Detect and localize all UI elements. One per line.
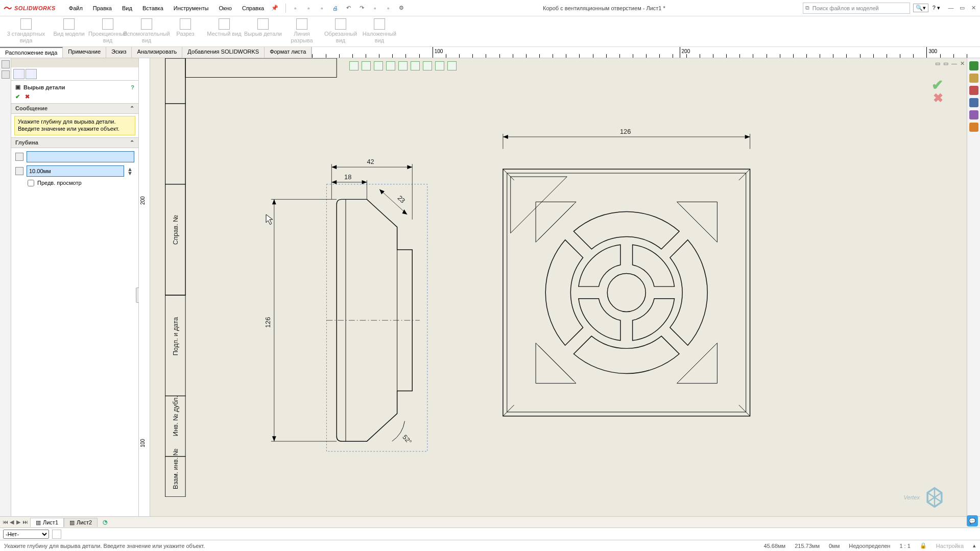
open-icon[interactable]: ▫ — [304, 4, 313, 12]
svg-rect-2 — [185, 58, 337, 78]
svg-rect-3 — [165, 104, 185, 184]
depth-icon — [15, 167, 23, 175]
pm-help-icon[interactable]: ? — [131, 84, 134, 90]
spin-down[interactable]: ▼ — [127, 171, 134, 175]
select-icon[interactable]: ▫ — [371, 4, 379, 12]
tab-Анализировать[interactable]: Анализировать — [132, 47, 182, 58]
tab-Эскиз[interactable]: Эскиз — [106, 47, 132, 58]
svg-line-42 — [679, 204, 714, 239]
restore-icon[interactable]: ▭ — [959, 5, 966, 11]
search-icon[interactable]: 🔍▾ — [913, 4, 928, 12]
close-icon[interactable]: ✕ — [970, 5, 977, 11]
print-icon[interactable]: 🖨 — [331, 4, 339, 12]
pin-icon[interactable]: 📌 — [271, 5, 278, 11]
tab-Примечание[interactable]: Примечание — [63, 47, 106, 58]
rtool-item-5[interactable] — [969, 123, 978, 132]
document-title: Короб с вентиляционным отверстием - Лист… — [405, 5, 803, 11]
ribbon-Местный-вид[interactable]: Местный вид — [205, 18, 243, 37]
depth-reference-input[interactable] — [27, 151, 134, 162]
rtool-item-1[interactable] — [969, 74, 978, 83]
ribbon-Вырыв-детали[interactable]: Вырыв детали — [244, 18, 282, 37]
help-icon[interactable]: ? ▾ — [933, 5, 940, 11]
rtool-item-3[interactable] — [969, 98, 978, 107]
redo-icon[interactable]: ↷ — [357, 4, 366, 12]
chat-help-icon[interactable]: 💬 — [967, 515, 978, 526]
sheet-last-icon[interactable]: ⏭ — [22, 519, 28, 525]
sheet-tab-bar: ⏮ ◀ ▶ ⏭ ▥Лист1▥Лист2 ◔ — [0, 516, 980, 528]
ribbon-Вид-модели[interactable]: Вид модели — [50, 18, 88, 37]
menu-Справка[interactable]: Справка — [238, 3, 268, 13]
preview-checkbox[interactable] — [28, 180, 34, 186]
depth-value-input[interactable] — [27, 165, 124, 177]
tab-Формат-листа[interactable]: Формат листа — [265, 47, 312, 58]
search-box[interactable]: ⧉ Поиск файлов и моделей — [803, 3, 910, 14]
ltool-item[interactable] — [2, 60, 10, 68]
ribbon-Разрез[interactable]: Разрез — [166, 18, 204, 37]
tab-Добавления-SOLIDWORKS[interactable]: Добавления SOLIDWORKS — [182, 47, 265, 58]
ribbon-Наложенный-вид[interactable]: Наложенный вид — [361, 18, 398, 43]
menu-Правка[interactable]: Правка — [89, 3, 116, 13]
feature-icon: ▣ — [15, 84, 20, 90]
sheet-tab-Лист2[interactable]: ▥Лист2 — [64, 518, 98, 527]
undo-icon[interactable]: ↶ — [344, 4, 352, 12]
ribbon-Вспомогательный-вид[interactable]: Вспомогательный вид — [128, 18, 165, 43]
sheet-next-icon[interactable]: ▶ — [15, 519, 21, 525]
status-z: 0мм — [829, 543, 840, 549]
right-toolbar — [967, 58, 980, 516]
ribbon-Линия-разрыва[interactable]: Линия разрыва — [283, 18, 321, 43]
collapse-icon[interactable]: ⌃ — [130, 139, 134, 146]
accept-icon[interactable]: ✔ — [15, 93, 20, 100]
status-more-icon[interactable]: ▴ — [973, 542, 976, 549]
section-header-message: Сообщение — [15, 105, 47, 112]
svg-text:126: 126 — [264, 317, 272, 328]
rtool-item-4[interactable] — [969, 110, 978, 119]
new-icon[interactable]: ▫ — [291, 4, 299, 12]
rtool-item-0[interactable] — [969, 61, 978, 70]
ltool-item[interactable] — [2, 70, 10, 79]
rebuild-icon[interactable]: ▫ — [384, 4, 392, 12]
sheet-tab-Лист1[interactable]: ▥Лист1 — [30, 518, 64, 527]
minimize-icon[interactable]: — — [947, 5, 954, 11]
sheet-first-icon[interactable]: ⏮ — [2, 519, 8, 525]
layer-select[interactable]: -Нет- — [3, 530, 49, 539]
save-icon[interactable]: ▫ — [318, 4, 326, 12]
menu-Вставка[interactable]: Вставка — [138, 3, 168, 13]
lock-icon[interactable]: 🔒 — [920, 542, 927, 549]
tab-Расположение-вида[interactable]: Расположение вида — [0, 47, 63, 58]
svg-rect-0 — [165, 58, 185, 295]
pm-tab-config[interactable] — [26, 69, 37, 79]
sheet-prev-icon[interactable]: ◀ — [9, 519, 15, 525]
pm-tab-feature[interactable] — [13, 69, 25, 79]
add-sheet-icon[interactable]: ◔ — [100, 519, 111, 525]
reject-icon[interactable]: ✖ — [25, 93, 30, 100]
svg-line-43 — [538, 346, 573, 381]
left-toolbox — [0, 58, 11, 516]
svg-point-40 — [607, 273, 646, 312]
rtool-item-2[interactable] — [969, 86, 978, 95]
section-header-depth: Глубина — [15, 139, 38, 146]
svg-line-37 — [739, 169, 750, 180]
svg-text:42: 42 — [367, 158, 374, 165]
menu-Окно[interactable]: Окно — [214, 3, 236, 13]
ribbon-Проекционный-вид[interactable]: Проекционный вид — [89, 18, 127, 43]
pm-tab-strip — [11, 67, 138, 81]
menu-Инструменты[interactable]: Инструменты — [170, 3, 213, 13]
ribbon-3-стандартных-вида[interactable]: 3 стандартных вида — [3, 18, 49, 43]
drawing-canvas[interactable]: ✔ ✖ ▭ ▭ — ✕ Справ. № Подп. — [150, 58, 967, 516]
status-state: Недоопределен — [849, 543, 890, 549]
svg-text:Справ. №: Справ. № — [172, 215, 179, 245]
status-scale[interactable]: 1 : 1 — [899, 543, 910, 549]
svg-text:Взам. инв. №: Взам. инв. № — [172, 448, 179, 489]
search-placeholder: Поиск файлов и моделей — [812, 5, 879, 11]
status-custom[interactable]: Настройка — [936, 543, 964, 549]
ribbon-Обрезанный-вид[interactable]: Обрезанный вид — [322, 18, 360, 43]
menu-Вид[interactable]: Вид — [118, 3, 136, 13]
collapse-icon[interactable]: ⌃ — [130, 105, 134, 112]
watermark: Vertex — [904, 486, 946, 509]
options-icon[interactable]: ⚙ — [397, 4, 405, 12]
menu-Файл[interactable]: Файл — [65, 3, 87, 13]
svg-text:Подп. и дата: Подп. и дата — [172, 317, 179, 355]
svg-line-44 — [679, 346, 714, 381]
folder-icon: ⧉ — [805, 5, 809, 11]
layer-edit-icon[interactable] — [52, 530, 61, 539]
